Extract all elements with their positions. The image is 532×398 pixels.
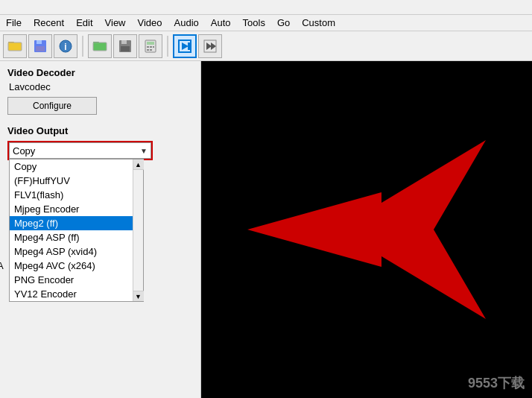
left-panel: Video Decoder Lavcodec Configure Video O…: [0, 61, 201, 398]
menu-audio[interactable]: Audio: [168, 16, 205, 30]
dropdown-container: Copy ▼ Copy (FF)HuffYUV FLV1(flash) Mjpe…: [7, 141, 153, 160]
dropdown-item-3[interactable]: Mjpeg Encoder: [10, 202, 143, 216]
watermark: 9553下载: [468, 374, 525, 392]
menu-custom[interactable]: Custom: [296, 16, 341, 30]
svg-rect-4: [37, 40, 42, 44]
scrollbar-up-btn[interactable]: ▲: [133, 159, 144, 170]
video-output-label: Video Output: [7, 125, 193, 136]
svg-marker-28: [247, 192, 381, 267]
dropdown-item-2[interactable]: FLV1(flash): [10, 188, 143, 202]
dropdown-item-5[interactable]: Mpeg4 ASP (ff): [10, 230, 143, 244]
right-panel: 9553下载: [201, 61, 532, 398]
main-layout: Video Decoder Lavcodec Configure Video O…: [0, 61, 532, 398]
svg-rect-16: [147, 46, 149, 48]
svg-rect-13: [121, 46, 130, 51]
menu-tools[interactable]: Tools: [237, 16, 271, 30]
svg-rect-1: [8, 42, 22, 51]
toolbar-separator-2: [167, 36, 168, 57]
a-label: A: [0, 260, 4, 271]
svg-rect-12: [121, 40, 127, 44]
svg-rect-19: [147, 49, 149, 51]
toolbar-separator-1: [82, 36, 83, 57]
dropdown-list: Copy (FF)HuffYUV FLV1(flash) Mjpeg Encod…: [9, 159, 144, 302]
svg-rect-17: [150, 46, 152, 48]
dropdown-item-9[interactable]: YV12 Encoder: [10, 287, 143, 301]
toolbar-info[interactable]: i: [54, 34, 77, 58]
configure-button[interactable]: Configure: [7, 97, 97, 115]
svg-marker-22: [182, 42, 189, 50]
video-decoder-label: Video Decoder: [7, 67, 193, 78]
dropdown-item-1[interactable]: (FF)HuffYUV: [10, 174, 143, 188]
dropdown-scrollbar: ▲ ▼: [133, 159, 143, 301]
toolbar-calc[interactable]: [139, 34, 162, 58]
svg-rect-15: [147, 42, 154, 45]
toolbar-open2[interactable]: [88, 34, 112, 58]
dropdown-arrow-icon: ▼: [140, 147, 148, 155]
svg-marker-26: [211, 42, 216, 50]
toolbar-save[interactable]: [28, 34, 52, 58]
scrollbar-down-btn[interactable]: ▼: [133, 291, 144, 301]
toolbar-play-next[interactable]: [173, 34, 197, 58]
toolbar-open-folder[interactable]: [3, 34, 27, 58]
svg-text:i: i: [64, 42, 66, 52]
svg-marker-25: [206, 42, 212, 50]
svg-rect-5: [36, 46, 45, 51]
menu-auto[interactable]: Auto: [205, 16, 237, 30]
menu-bar: File Recent Edit View Video Audio Auto T…: [0, 15, 532, 31]
dropdown-selected-text: Copy: [13, 145, 35, 157]
dropdown-item-8[interactable]: PNG Encoder: [10, 273, 143, 287]
arrow-graphic: [247, 133, 486, 326]
dropdown-selected[interactable]: Copy ▼: [9, 142, 151, 159]
svg-rect-20: [150, 49, 152, 51]
toolbar-skip[interactable]: [198, 34, 222, 58]
dropdown-item-7[interactable]: Mpeg4 AVC (x264): [10, 259, 143, 273]
svg-rect-9: [93, 42, 107, 51]
menu-video[interactable]: Video: [132, 16, 168, 30]
dropdown-item-4[interactable]: Mpeg2 (ff): [10, 216, 143, 230]
menu-recent[interactable]: Recent: [28, 16, 70, 30]
menu-file[interactable]: File: [0, 16, 28, 30]
menu-view[interactable]: View: [99, 16, 132, 30]
menu-go[interactable]: Go: [271, 16, 296, 30]
svg-rect-23: [188, 42, 190, 50]
dropdown-item-0[interactable]: Copy: [10, 159, 143, 174]
menu-edit[interactable]: Edit: [70, 16, 98, 30]
toolbar: i: [0, 31, 532, 61]
decoder-value: Lavcodec: [7, 81, 193, 92]
video-output-section: Copy ▼ Copy (FF)HuffYUV FLV1(flash) Mjpe…: [7, 141, 193, 160]
dropdown-item-6[interactable]: Mpeg4 ASP (xvid4): [10, 244, 143, 259]
toolbar-floppy[interactable]: [113, 34, 137, 58]
title-bar: [0, 0, 532, 15]
svg-rect-18: [153, 46, 154, 48]
